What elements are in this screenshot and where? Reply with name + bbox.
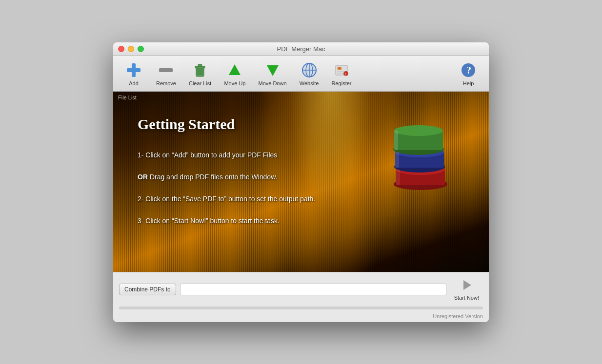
minimize-button[interactable] xyxy=(128,46,134,52)
instructions: 1- Click on “Add” button to add your PDF… xyxy=(138,150,315,238)
remove-button[interactable]: Remove xyxy=(150,59,182,88)
register-button[interactable]: ! Register xyxy=(326,59,358,88)
svg-text:!: ! xyxy=(345,72,346,76)
move-down-button[interactable]: Move Down xyxy=(252,59,292,88)
help-label: Help xyxy=(463,80,474,86)
start-now-label: Start Now! xyxy=(454,295,479,301)
svg-rect-35 xyxy=(395,152,399,168)
add-button[interactable]: Add xyxy=(118,59,149,88)
output-path-input[interactable] xyxy=(180,284,446,295)
help-button[interactable]: ? Help xyxy=(453,59,484,88)
traffic-lights xyxy=(118,46,144,52)
maximize-button[interactable] xyxy=(138,46,144,52)
svg-rect-34 xyxy=(394,131,398,150)
move-up-icon xyxy=(225,61,244,79)
getting-started-title: Getting Started xyxy=(138,116,235,133)
register-label: Register xyxy=(332,80,352,86)
instruction-2-rest: Drag and drop PDF files onto the Window. xyxy=(148,173,277,181)
close-button[interactable] xyxy=(118,46,124,52)
svg-rect-1 xyxy=(127,68,140,72)
register-icon: ! xyxy=(332,61,351,79)
add-label: Add xyxy=(129,80,139,86)
move-down-label: Move Down xyxy=(258,80,286,86)
book-stack-icon xyxy=(381,121,460,201)
svg-point-21 xyxy=(343,71,348,76)
website-button[interactable]: Website xyxy=(294,59,325,88)
version-label: Unregistered Version xyxy=(433,313,483,319)
svg-point-33 xyxy=(394,125,443,136)
instruction-1: 1- Click on “Add” button to add your PDF… xyxy=(138,150,315,160)
website-icon xyxy=(300,61,319,79)
start-now-button[interactable]: Start Now! xyxy=(450,276,483,303)
svg-marker-10 xyxy=(267,65,279,76)
content-area: File List xyxy=(113,92,489,272)
clear-list-icon xyxy=(191,61,209,79)
website-label: Website xyxy=(300,80,319,86)
clear-list-label: Clear List xyxy=(189,80,211,86)
window-title: PDF Merger Mac xyxy=(277,45,325,53)
help-icon: ? xyxy=(459,61,478,79)
clear-list-button[interactable]: Clear List xyxy=(183,59,217,88)
start-now-icon xyxy=(460,278,473,294)
remove-label: Remove xyxy=(156,80,176,86)
background-scene: Getting Started 1- Click on “Add” button… xyxy=(113,92,489,272)
svg-text:?: ? xyxy=(466,65,471,76)
progress-area xyxy=(113,307,489,312)
svg-rect-2 xyxy=(159,68,173,72)
progress-bar-background xyxy=(119,307,483,309)
toolbar: Add Remove xyxy=(113,56,489,92)
svg-point-18 xyxy=(338,67,341,70)
instruction-4: 3- Click on “Start Now!” button to start… xyxy=(138,216,315,226)
move-up-button[interactable]: Move Up xyxy=(218,59,251,88)
svg-rect-4 xyxy=(195,66,205,68)
add-icon xyxy=(124,61,143,79)
instruction-2-or: OR xyxy=(138,173,148,181)
version-bar: Unregistered Version xyxy=(113,312,489,322)
move-down-icon xyxy=(263,61,282,79)
svg-rect-36 xyxy=(396,170,400,185)
svg-point-15 xyxy=(302,63,316,77)
svg-rect-5 xyxy=(198,64,202,66)
bottom-bar: Combine PDFs to Start Now! xyxy=(113,272,489,307)
file-list-label: File List xyxy=(118,95,137,100)
instruction-2: OR Drag and drop PDF files onto the Wind… xyxy=(138,172,315,182)
title-bar: PDF Merger Mac xyxy=(113,42,489,56)
remove-icon xyxy=(157,61,175,79)
svg-marker-9 xyxy=(229,64,241,75)
app-window: PDF Merger Mac Add Remove xyxy=(113,42,489,322)
svg-marker-37 xyxy=(463,280,471,290)
move-up-label: Move Up xyxy=(224,80,245,86)
combine-pdfs-button[interactable]: Combine PDFs to xyxy=(119,284,176,295)
instruction-3: 2- Click on the “Save PDF to” button to … xyxy=(138,194,315,204)
